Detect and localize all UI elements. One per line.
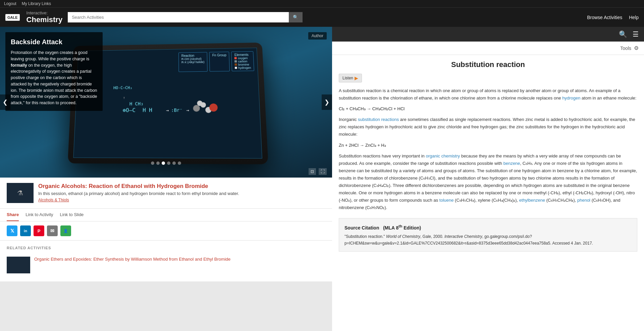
source-citation: Source Citation (MLA 8th Edition) "Subst… xyxy=(339,218,637,251)
panel-title: Substitution reaction xyxy=(339,60,637,69)
link-toluene[interactable]: toluene xyxy=(439,198,454,203)
activity-description: In this session, ethanol (a primary alco… xyxy=(38,191,239,196)
brand-interactive: Interactive: xyxy=(26,10,63,15)
viewer-controls: ⊡ ⛶ xyxy=(309,168,327,175)
article-para-3: Substitution reactions have very importa… xyxy=(339,152,637,212)
slide-indicators xyxy=(151,161,181,165)
logout-link[interactable]: Logout xyxy=(4,1,16,6)
activity-details: Organic Alcohols: Reaction of Ethanol wi… xyxy=(38,183,239,202)
activity-title[interactable]: Organic Alcohols: Reaction of Ethanol wi… xyxy=(38,183,239,190)
slide-dot-5[interactable] xyxy=(172,161,176,165)
article-body: A substitution reaction is a chemical re… xyxy=(339,87,637,211)
link-organic-chemistry[interactable]: organic chemistry xyxy=(426,153,460,158)
link-phenol[interactable]: phenol xyxy=(577,198,590,203)
reaction-panel: Reaction R-OH (Alcohol)R-X (Alkyl halide… xyxy=(178,52,208,72)
top-nav: Logout My Library Links xyxy=(0,0,644,7)
share-tabs: Share Link to Activity Link to Slide xyxy=(0,209,332,221)
reaction-panels: Reaction R-OH (Alcohol)R-X (Alkyl halide… xyxy=(178,51,254,72)
related-section: RELATED ACTIVITIES Organic Ethers and Ep… xyxy=(0,241,332,281)
slide-dot-2[interactable] xyxy=(156,161,160,165)
help-link[interactable]: Help xyxy=(629,15,639,20)
listen-button[interactable]: Listen ▶ xyxy=(339,74,362,82)
search-wrapper: 🔍 xyxy=(68,12,303,22)
elements-legend: oxygen carbon bromine hydrogen xyxy=(234,56,251,69)
legend-bromine: bromine xyxy=(238,63,249,66)
svg-text::Br⁻: :Br⁻ xyxy=(171,107,182,113)
fn-group-panel: Fn Group xyxy=(209,52,230,71)
link-benzene[interactable]: benzene xyxy=(503,161,520,166)
prev-slide-button[interactable]: ❮ xyxy=(0,94,10,110)
fn-group-label: Fn Group xyxy=(212,53,226,57)
slide-dot-4[interactable] xyxy=(167,161,170,165)
tools-settings-button[interactable]: ⚙ xyxy=(634,45,639,51)
tab-link-slide[interactable]: Link to Slide xyxy=(60,209,84,221)
activity-tag[interactable]: Alcohols & Thiols xyxy=(38,198,69,202)
browse-activities-link[interactable]: Browse Activities xyxy=(587,15,622,20)
right-panel-scroll[interactable]: Tools ⚙ Substitution reaction Listen ▶ A… xyxy=(332,42,644,331)
slide-dot-1[interactable] xyxy=(151,161,154,165)
panel-content: Substitution reaction Listen ▶ A substit… xyxy=(332,55,644,257)
library-links-link[interactable]: My Library Links xyxy=(22,1,51,6)
legend-hydrogen: hydrogen xyxy=(238,66,251,69)
source-citation-title: Source Citation (MLA 8th Edition) xyxy=(344,223,632,231)
legend-oxygen: oxygen xyxy=(238,57,248,60)
tab-link-activity[interactable]: Link to Activity xyxy=(25,209,53,221)
svg-text:H     CH₃: H CH₃ xyxy=(129,101,144,106)
left-content: HO-C—CH₃ ↑ H CH₃ ⊕O—C H H → :Br⁻ → xyxy=(0,27,332,331)
panel-menu-button[interactable]: ☰ xyxy=(633,30,639,38)
main-container: HO-C—CH₃ ↑ H CH₃ ⊕O—C H H → :Br⁻ → xyxy=(0,27,644,331)
expand-button[interactable]: ⊡ xyxy=(309,168,316,175)
search-input[interactable] xyxy=(68,12,289,22)
header-brand: Interactive: Chemistry xyxy=(26,10,63,24)
author-badge: Author xyxy=(308,32,327,40)
header: GALE Interactive: Chemistry 🔍 Browse Act… xyxy=(0,7,644,27)
svg-text:↑: ↑ xyxy=(123,95,125,100)
pinterest-share-button[interactable]: P xyxy=(34,225,44,236)
tab-share[interactable]: Share xyxy=(7,209,19,221)
svg-text:→: → xyxy=(166,107,169,113)
activity-viewer: HO-C—CH₃ ↑ H CH₃ ⊕O—C H H → :Br⁻ → xyxy=(0,27,332,178)
classroom-share-button[interactable]: 👤 xyxy=(60,225,71,236)
related-title-link[interactable]: Organic Ethers and Epoxides: Ether Synth… xyxy=(34,257,230,262)
related-item: Organic Ethers and Epoxides: Ether Synth… xyxy=(7,254,325,276)
source-citation-text: "Substitution reaction." World of Chemis… xyxy=(344,234,632,246)
listen-play-icon: ▶ xyxy=(355,75,358,81)
svg-text:→: → xyxy=(186,107,189,113)
panel-search-button[interactable]: 🔍 xyxy=(619,30,627,38)
elements-label: Elements xyxy=(234,53,251,57)
twitter-share-button[interactable]: 𝕏 xyxy=(7,225,17,236)
slide-dot-3[interactable] xyxy=(162,161,165,165)
link-ethylbenzene[interactable]: ethylbenzene xyxy=(519,198,545,203)
listen-row: Listen ▶ xyxy=(339,74,637,82)
next-slide-button[interactable]: ❯ xyxy=(322,94,332,110)
viewer-inner: HO-C—CH₃ ↑ H CH₃ ⊕O—C H H → :Br⁻ → xyxy=(0,27,332,178)
right-panel: 🔍 ☰ Tools ⚙ Substitution reaction Listen… xyxy=(332,27,644,331)
formula-2: Zn + 2HCl → ZnCl₂ + H₂ xyxy=(339,142,637,149)
link-hydrogen[interactable]: hydrogen xyxy=(562,95,580,101)
article-para-1: A substitution reaction is a chemical re… xyxy=(339,87,637,102)
svg-point-11 xyxy=(197,101,202,106)
related-label: RELATED ACTIVITIES xyxy=(7,246,325,250)
link-substitution-reactions[interactable]: substitution reactions xyxy=(358,117,399,122)
header-right: Browse Activities Help xyxy=(587,15,639,20)
slide-dot-6[interactable] xyxy=(178,161,181,165)
brand-title: Chemistry xyxy=(26,15,63,24)
panel-tools-bar: Tools ⚙ xyxy=(332,42,644,55)
linkedin-share-button[interactable]: in xyxy=(20,225,31,236)
fullscreen-button[interactable]: ⛶ xyxy=(319,168,327,175)
svg-text:H  H: H H xyxy=(143,107,152,113)
search-button[interactable]: 🔍 xyxy=(289,12,303,22)
elements-panel: Elements oxygen carbon bromine hydrogen xyxy=(231,51,254,71)
activity-info: ⚗ Organic Alcohols: Reaction of Ethanol … xyxy=(0,178,332,209)
slide-description: Protonation of the oxygen creates a good… xyxy=(11,50,97,106)
gale-logo: GALE xyxy=(5,14,20,21)
related-thumbnail xyxy=(7,257,30,273)
svg-point-8 xyxy=(193,105,200,112)
molecule-display: HO-C—CH₃ ↑ H CH₃ ⊕O—C H H → :Br⁻ → xyxy=(109,78,224,126)
edition-super: th xyxy=(398,224,402,228)
activity-thumbnail: ⚗ xyxy=(7,183,34,203)
formula-1: Cl₂ + CH₃CH₃ → CH₃CH₂Cl + HCl xyxy=(339,105,637,113)
email-share-button[interactable]: ✉ xyxy=(47,225,58,236)
social-row: 𝕏 in P ✉ 👤 xyxy=(0,221,332,241)
tools-label: Tools xyxy=(620,46,631,51)
